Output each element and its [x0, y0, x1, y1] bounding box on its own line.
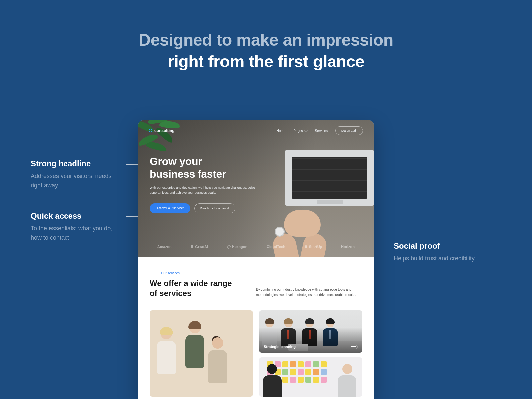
- arrow-right-icon: [351, 345, 358, 348]
- hero-section: consulting Home Pages Services Get an au…: [138, 120, 374, 257]
- hero-ctas: Discover our services Reach us for an au…: [150, 203, 265, 213]
- promo-heading-line1: Designed to make an impression: [0, 29, 532, 51]
- client-logos-row: Amazon GreatAI Hexagon CloudTech StartUp…: [138, 245, 374, 249]
- callout-title: Strong headline: [31, 159, 124, 168]
- service-card[interactable]: [150, 310, 253, 397]
- brand-name: consulting: [154, 128, 175, 133]
- chevron-down-icon: [304, 128, 307, 132]
- card-overlay: Strategic planning: [264, 345, 358, 349]
- callout-desc: Helps build trust and credibility: [394, 254, 487, 263]
- services-section: Our services We offer a wide range of se…: [138, 257, 374, 397]
- callout-title: Social proof: [394, 241, 487, 251]
- promo-heading: Designed to make an impression right fro…: [0, 0, 532, 72]
- services-desc: By combining our industry knowledge with…: [256, 287, 362, 298]
- client-logo: Amazon: [157, 245, 172, 249]
- service-card-strategic-planning[interactable]: Strategic planning: [259, 310, 362, 353]
- card-illustration: [259, 357, 362, 397]
- eyebrow-line: [150, 273, 157, 273]
- reach-audit-button[interactable]: Reach us for an audit: [194, 203, 235, 213]
- nav-links: Home Pages Services Get an audit: [277, 126, 363, 135]
- card-illustration: [150, 310, 253, 397]
- nav-services[interactable]: Services: [315, 129, 328, 133]
- discover-services-button[interactable]: Discover our services: [150, 203, 190, 213]
- callout-desc: Addresses your visitors' needs right awa…: [31, 172, 124, 190]
- square-icon: [191, 245, 193, 248]
- website-mockup: consulting Home Pages Services Get an au…: [138, 120, 374, 399]
- hero-title-line1: Grow your: [150, 155, 265, 168]
- brand[interactable]: consulting: [149, 128, 175, 133]
- hero-subtitle: With our expertise and dedication, we'll…: [150, 185, 256, 195]
- section-eyebrow: Our services: [150, 271, 362, 275]
- client-logo: CloudTech: [267, 245, 285, 249]
- callout-strong-headline: Strong headline Addresses your visitors'…: [31, 159, 124, 190]
- cards-col-left: [150, 310, 253, 397]
- service-cards: Strategic planning: [150, 310, 362, 397]
- dot-icon: [305, 245, 307, 248]
- client-logo: Horizon: [341, 245, 355, 249]
- nav-pages[interactable]: Pages: [293, 129, 307, 133]
- client-logo: GreatAI: [191, 245, 208, 249]
- client-logo: StartUp: [305, 245, 322, 249]
- callout-title: Quick access: [31, 211, 124, 221]
- callout-quick-access: Quick access To the essentials: what you…: [31, 211, 124, 243]
- nav-home[interactable]: Home: [277, 129, 286, 133]
- nav-pages-label: Pages: [293, 129, 303, 133]
- hero-title: Grow your business faster: [150, 155, 265, 181]
- hero-title-line2: business faster: [150, 168, 265, 180]
- service-card[interactable]: [259, 357, 362, 397]
- callout-desc: To the essentials: what you do, how to c…: [31, 224, 124, 243]
- callout-social-proof: Social proof Helps build trust and credi…: [394, 241, 487, 263]
- get-audit-button[interactable]: Get an audit: [335, 126, 363, 135]
- services-header: We offer a wide range of services By com…: [150, 278, 362, 298]
- cards-col-right: Strategic planning: [259, 310, 362, 397]
- hands-illustration: [265, 207, 338, 257]
- hexagon-icon: [227, 245, 231, 249]
- logo-icon: [149, 129, 152, 132]
- hero-copy: Grow your business faster With our exper…: [138, 135, 277, 213]
- laptop-illustration: [285, 150, 374, 213]
- services-title: We offer a wide range of services: [150, 278, 236, 298]
- promo-heading-line2: right from the first glance: [0, 51, 532, 72]
- eyebrow-label: Our services: [161, 271, 180, 275]
- site-nav: consulting Home Pages Services Get an au…: [138, 120, 374, 135]
- client-logo: Hexagon: [227, 245, 247, 249]
- card-title: Strategic planning: [264, 345, 296, 349]
